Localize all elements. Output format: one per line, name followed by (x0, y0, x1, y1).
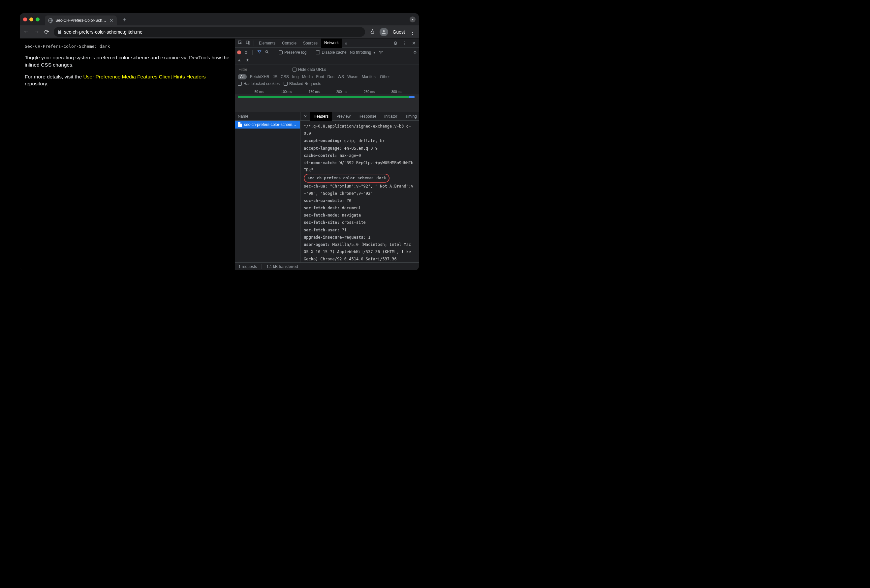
filter-img[interactable]: Img (292, 74, 299, 79)
header-row: upgrade-insecure-requests: 1 (304, 234, 416, 241)
filter-font[interactable]: Font (316, 74, 324, 79)
filter-fetch[interactable]: Fetch/XHR (250, 74, 270, 79)
kebab-icon[interactable]: ⋮ (401, 40, 408, 46)
import-har-icon[interactable] (245, 58, 250, 64)
preserve-log-checkbox[interactable]: Preserve log (279, 50, 306, 55)
document-icon (238, 122, 242, 127)
clear-icon[interactable]: ⊘ (244, 50, 248, 55)
devtools-panel: Elements Console Sources Network » ⚙ ⋮ ✕… (235, 39, 419, 270)
expand-tabs-icon[interactable]: ▾ (410, 16, 416, 22)
close-window-icon[interactable] (23, 18, 27, 21)
profile-label[interactable]: Guest (393, 29, 405, 35)
dtab-headers[interactable]: Headers (310, 112, 332, 121)
zoom-window-icon[interactable] (36, 18, 40, 21)
filter-ws[interactable]: WS (338, 74, 344, 79)
back-button[interactable]: ← (23, 28, 29, 35)
settings-icon[interactable]: ⚙ (392, 40, 399, 46)
header-row: accept-encoding: gzip, deflate, br (304, 137, 416, 144)
tick-label: 150 ms (309, 90, 320, 94)
tab-network[interactable]: Network (321, 39, 342, 48)
header-row: if-none-match: W/"392-B+pCtpzl+pyWUSHMRn… (304, 159, 416, 174)
network-status-bar: 1 requests 1.1 kB transferred (235, 262, 419, 270)
close-detail-icon[interactable]: ✕ (302, 114, 309, 119)
page-paragraph-2: For more details, visit the User Prefere… (25, 73, 230, 88)
menu-icon[interactable]: ⋮ (410, 28, 416, 36)
page-content: Sec-CH-Prefers-Color-Scheme: dark Toggle… (20, 39, 235, 270)
address-bar[interactable]: sec-ch-prefers-color-scheme.glitch.me (54, 27, 365, 37)
dtab-initiator[interactable]: Initiator (381, 112, 400, 121)
filter-js[interactable]: JS (273, 74, 277, 79)
network-conditions-icon[interactable] (378, 49, 383, 55)
header-row: sec-fetch-mode: navigate (304, 212, 416, 219)
minimize-window-icon[interactable] (29, 18, 33, 21)
device-toggle-icon[interactable] (244, 40, 252, 46)
filter-icon[interactable] (257, 50, 262, 55)
inspect-icon[interactable] (237, 40, 244, 46)
close-devtools-icon[interactable]: ✕ (410, 40, 417, 46)
tab-title: Sec-CH-Prefers-Color-Scheme (55, 18, 107, 23)
detail-tabs: ✕ Headers Preview Response Initiator Tim… (301, 112, 419, 121)
dtab-timing[interactable]: Timing (402, 112, 419, 121)
request-list-header[interactable]: Name (235, 112, 300, 121)
resource-type-filters: All Fetch/XHR JS CSS Img Media Font Doc … (238, 74, 416, 79)
timeline-band (238, 96, 409, 98)
transferred-size: 1.1 kB transferred (267, 264, 298, 269)
dtab-response[interactable]: Response (355, 112, 380, 121)
new-tab-button[interactable]: ＋ (119, 15, 129, 24)
search-icon[interactable] (265, 50, 269, 55)
profile-avatar-icon[interactable] (380, 28, 388, 36)
hide-data-urls-checkbox[interactable]: Hide data URLs (292, 67, 326, 72)
filter-wasm[interactable]: Wasm (347, 74, 359, 79)
disable-cache-checkbox[interactable]: Disable cache (316, 50, 346, 55)
filter-input[interactable] (238, 67, 289, 72)
throttling-select[interactable]: No throttling ▾ (350, 50, 375, 55)
header-row: sec-fetch-site: cross-site (304, 219, 416, 226)
browser-window: Sec-CH-Prefers-Color-Scheme ✕ ＋ ▾ ← → ⟳ … (20, 13, 419, 270)
filter-manifest[interactable]: Manifest (362, 74, 377, 79)
request-count: 1 requests (238, 264, 257, 269)
header-row: sec-fetch-dest: document (304, 204, 416, 212)
header-row: sec-ch-ua-mobile: ?0 (304, 197, 416, 204)
labs-icon[interactable] (370, 29, 375, 35)
more-tabs-icon[interactable]: » (342, 40, 350, 46)
timeline-band (409, 96, 414, 98)
page-link[interactable]: User Preference Media Features Client Hi… (83, 74, 206, 79)
network-settings-icon[interactable]: ⚙ (413, 50, 417, 55)
tick-label: 200 ms (337, 90, 347, 94)
network-timeline[interactable]: 50 ms 100 ms 150 ms 200 ms 250 ms 300 ms (235, 89, 419, 112)
browser-tab[interactable]: Sec-CH-Prefers-Color-Scheme ✕ (45, 15, 117, 25)
tab-console[interactable]: Console (279, 39, 299, 48)
tick-label: 300 ms (392, 90, 402, 94)
header-row: sec-fetch-user: ?1 (304, 226, 416, 234)
url-text: sec-ch-prefers-color-scheme.glitch.me (64, 29, 143, 35)
svg-point-4 (265, 50, 268, 53)
dtab-preview[interactable]: Preview (333, 112, 354, 121)
filter-other[interactable]: Other (380, 74, 390, 79)
globe-icon (48, 18, 53, 23)
request-row[interactable]: sec-ch-prefers-color-scheme... (235, 121, 300, 129)
tick-label: 100 ms (281, 90, 292, 94)
tab-elements[interactable]: Elements (256, 39, 279, 48)
tick-label: 50 ms (255, 90, 264, 94)
page-header-code: Sec-CH-Prefers-Color-Scheme: dark (25, 43, 230, 49)
close-tab-icon[interactable]: ✕ (109, 18, 113, 23)
request-name: sec-ch-prefers-color-scheme... (244, 122, 298, 127)
tab-sources[interactable]: Sources (300, 39, 320, 48)
filter-all[interactable]: All (238, 74, 247, 79)
blocked-cookies-checkbox[interactable]: Has blocked cookies (238, 82, 280, 86)
window-traffic-lights (23, 18, 40, 21)
filter-css[interactable]: CSS (281, 74, 289, 79)
forward-button[interactable]: → (34, 28, 40, 35)
devtools-tabs: Elements Console Sources Network » ⚙ ⋮ ✕ (235, 39, 419, 48)
export-har-icon[interactable] (237, 58, 241, 64)
header-row: user-agent: Mozilla/5.0 (Macintosh; Inte… (304, 241, 416, 262)
blocked-requests-checkbox[interactable]: Blocked Requests (284, 82, 321, 86)
record-icon[interactable] (237, 50, 241, 54)
header-row: sec-ch-prefers-color-scheme: dark (304, 174, 416, 182)
filter-media[interactable]: Media (302, 74, 313, 79)
navigation-toolbar: ← → ⟳ sec-ch-prefers-color-scheme.glitch… (20, 25, 419, 39)
headers-pane[interactable]: */*;q=0.8,application/signed-exchange;v=… (301, 121, 419, 262)
reload-button[interactable]: ⟳ (44, 28, 49, 36)
filter-doc[interactable]: Doc (327, 74, 334, 79)
header-row: sec-ch-ua: "Chromium";v="92", " Not A;Br… (304, 183, 416, 197)
